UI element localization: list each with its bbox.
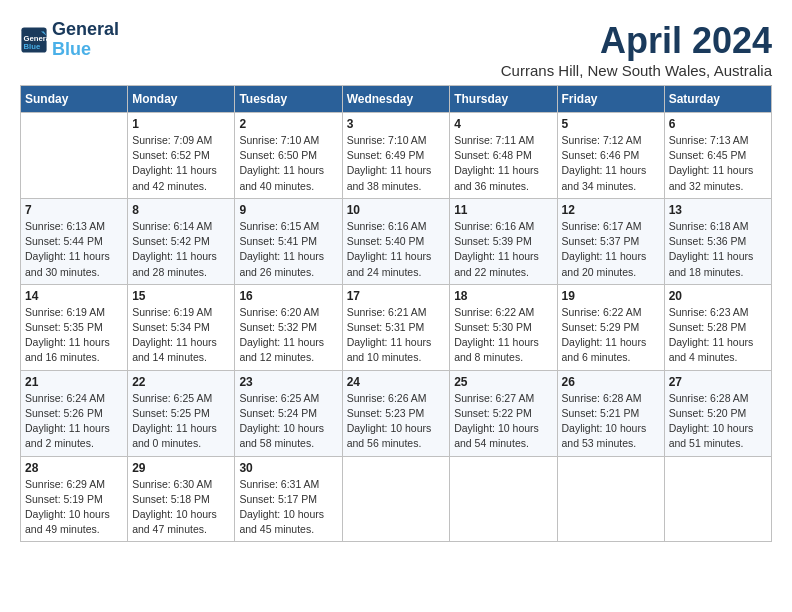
calendar-cell: 12Sunrise: 6:17 AM Sunset: 5:37 PM Dayli…	[557, 198, 664, 284]
day-number: 5	[562, 117, 660, 131]
day-number: 21	[25, 375, 123, 389]
calendar-cell: 4Sunrise: 7:11 AM Sunset: 6:48 PM Daylig…	[450, 113, 557, 199]
day-info: Sunrise: 6:13 AM Sunset: 5:44 PM Dayligh…	[25, 219, 123, 280]
logo: General Blue General Blue	[20, 20, 119, 60]
day-info: Sunrise: 6:24 AM Sunset: 5:26 PM Dayligh…	[25, 391, 123, 452]
week-row-3: 14Sunrise: 6:19 AM Sunset: 5:35 PM Dayli…	[21, 284, 772, 370]
day-info: Sunrise: 7:12 AM Sunset: 6:46 PM Dayligh…	[562, 133, 660, 194]
calendar-cell: 6Sunrise: 7:13 AM Sunset: 6:45 PM Daylig…	[664, 113, 771, 199]
day-number: 25	[454, 375, 552, 389]
day-info: Sunrise: 6:15 AM Sunset: 5:41 PM Dayligh…	[239, 219, 337, 280]
weekday-header-wednesday: Wednesday	[342, 86, 450, 113]
day-number: 17	[347, 289, 446, 303]
calendar-cell: 9Sunrise: 6:15 AM Sunset: 5:41 PM Daylig…	[235, 198, 342, 284]
title-block: April 2024 Currans Hill, New South Wales…	[501, 20, 772, 79]
day-info: Sunrise: 6:19 AM Sunset: 5:34 PM Dayligh…	[132, 305, 230, 366]
weekday-header-tuesday: Tuesday	[235, 86, 342, 113]
calendar-cell: 17Sunrise: 6:21 AM Sunset: 5:31 PM Dayli…	[342, 284, 450, 370]
day-number: 3	[347, 117, 446, 131]
day-number: 2	[239, 117, 337, 131]
logo-line1: General	[52, 19, 119, 39]
day-info: Sunrise: 6:30 AM Sunset: 5:18 PM Dayligh…	[132, 477, 230, 538]
calendar-cell	[342, 456, 450, 542]
weekday-header-thursday: Thursday	[450, 86, 557, 113]
day-info: Sunrise: 6:16 AM Sunset: 5:39 PM Dayligh…	[454, 219, 552, 280]
day-number: 20	[669, 289, 767, 303]
day-info: Sunrise: 6:14 AM Sunset: 5:42 PM Dayligh…	[132, 219, 230, 280]
day-number: 30	[239, 461, 337, 475]
day-info: Sunrise: 6:22 AM Sunset: 5:29 PM Dayligh…	[562, 305, 660, 366]
calendar-cell: 10Sunrise: 6:16 AM Sunset: 5:40 PM Dayli…	[342, 198, 450, 284]
calendar-cell: 16Sunrise: 6:20 AM Sunset: 5:32 PM Dayli…	[235, 284, 342, 370]
calendar-cell: 7Sunrise: 6:13 AM Sunset: 5:44 PM Daylig…	[21, 198, 128, 284]
day-number: 26	[562, 375, 660, 389]
day-number: 7	[25, 203, 123, 217]
weekday-header-sunday: Sunday	[21, 86, 128, 113]
day-info: Sunrise: 6:20 AM Sunset: 5:32 PM Dayligh…	[239, 305, 337, 366]
day-number: 11	[454, 203, 552, 217]
calendar-cell: 23Sunrise: 6:25 AM Sunset: 5:24 PM Dayli…	[235, 370, 342, 456]
logo-line2: Blue	[52, 39, 91, 59]
day-number: 22	[132, 375, 230, 389]
week-row-5: 28Sunrise: 6:29 AM Sunset: 5:19 PM Dayli…	[21, 456, 772, 542]
day-number: 1	[132, 117, 230, 131]
day-number: 23	[239, 375, 337, 389]
calendar-cell: 14Sunrise: 6:19 AM Sunset: 5:35 PM Dayli…	[21, 284, 128, 370]
day-info: Sunrise: 6:18 AM Sunset: 5:36 PM Dayligh…	[669, 219, 767, 280]
svg-text:Blue: Blue	[24, 42, 41, 51]
weekday-header-monday: Monday	[128, 86, 235, 113]
day-info: Sunrise: 6:25 AM Sunset: 5:25 PM Dayligh…	[132, 391, 230, 452]
day-number: 14	[25, 289, 123, 303]
calendar-cell: 1Sunrise: 7:09 AM Sunset: 6:52 PM Daylig…	[128, 113, 235, 199]
calendar-cell: 25Sunrise: 6:27 AM Sunset: 5:22 PM Dayli…	[450, 370, 557, 456]
day-number: 18	[454, 289, 552, 303]
calendar-table: SundayMondayTuesdayWednesdayThursdayFrid…	[20, 85, 772, 542]
calendar-cell: 28Sunrise: 6:29 AM Sunset: 5:19 PM Dayli…	[21, 456, 128, 542]
calendar-cell: 3Sunrise: 7:10 AM Sunset: 6:49 PM Daylig…	[342, 113, 450, 199]
day-number: 6	[669, 117, 767, 131]
calendar-cell: 22Sunrise: 6:25 AM Sunset: 5:25 PM Dayli…	[128, 370, 235, 456]
day-info: Sunrise: 7:10 AM Sunset: 6:49 PM Dayligh…	[347, 133, 446, 194]
calendar-cell: 8Sunrise: 6:14 AM Sunset: 5:42 PM Daylig…	[128, 198, 235, 284]
day-info: Sunrise: 6:31 AM Sunset: 5:17 PM Dayligh…	[239, 477, 337, 538]
day-number: 10	[347, 203, 446, 217]
day-number: 13	[669, 203, 767, 217]
calendar-cell: 27Sunrise: 6:28 AM Sunset: 5:20 PM Dayli…	[664, 370, 771, 456]
day-info: Sunrise: 6:27 AM Sunset: 5:22 PM Dayligh…	[454, 391, 552, 452]
day-number: 27	[669, 375, 767, 389]
day-info: Sunrise: 7:09 AM Sunset: 6:52 PM Dayligh…	[132, 133, 230, 194]
calendar-cell: 2Sunrise: 7:10 AM Sunset: 6:50 PM Daylig…	[235, 113, 342, 199]
day-info: Sunrise: 6:23 AM Sunset: 5:28 PM Dayligh…	[669, 305, 767, 366]
calendar-cell: 20Sunrise: 6:23 AM Sunset: 5:28 PM Dayli…	[664, 284, 771, 370]
day-number: 24	[347, 375, 446, 389]
calendar-cell: 5Sunrise: 7:12 AM Sunset: 6:46 PM Daylig…	[557, 113, 664, 199]
location-title: Currans Hill, New South Wales, Australia	[501, 62, 772, 79]
week-row-2: 7Sunrise: 6:13 AM Sunset: 5:44 PM Daylig…	[21, 198, 772, 284]
calendar-cell	[21, 113, 128, 199]
day-info: Sunrise: 6:17 AM Sunset: 5:37 PM Dayligh…	[562, 219, 660, 280]
calendar-cell: 21Sunrise: 6:24 AM Sunset: 5:26 PM Dayli…	[21, 370, 128, 456]
calendar-cell: 30Sunrise: 6:31 AM Sunset: 5:17 PM Dayli…	[235, 456, 342, 542]
calendar-cell	[664, 456, 771, 542]
day-info: Sunrise: 7:11 AM Sunset: 6:48 PM Dayligh…	[454, 133, 552, 194]
day-number: 9	[239, 203, 337, 217]
day-info: Sunrise: 6:25 AM Sunset: 5:24 PM Dayligh…	[239, 391, 337, 452]
day-number: 16	[239, 289, 337, 303]
day-number: 8	[132, 203, 230, 217]
calendar-cell: 19Sunrise: 6:22 AM Sunset: 5:29 PM Dayli…	[557, 284, 664, 370]
day-number: 19	[562, 289, 660, 303]
logo-text: General Blue	[52, 20, 119, 60]
calendar-cell: 18Sunrise: 6:22 AM Sunset: 5:30 PM Dayli…	[450, 284, 557, 370]
weekday-header-friday: Friday	[557, 86, 664, 113]
calendar-cell: 13Sunrise: 6:18 AM Sunset: 5:36 PM Dayli…	[664, 198, 771, 284]
day-info: Sunrise: 7:10 AM Sunset: 6:50 PM Dayligh…	[239, 133, 337, 194]
weekday-header-saturday: Saturday	[664, 86, 771, 113]
week-row-1: 1Sunrise: 7:09 AM Sunset: 6:52 PM Daylig…	[21, 113, 772, 199]
day-number: 28	[25, 461, 123, 475]
day-info: Sunrise: 6:21 AM Sunset: 5:31 PM Dayligh…	[347, 305, 446, 366]
day-number: 12	[562, 203, 660, 217]
day-info: Sunrise: 6:22 AM Sunset: 5:30 PM Dayligh…	[454, 305, 552, 366]
day-info: Sunrise: 6:28 AM Sunset: 5:20 PM Dayligh…	[669, 391, 767, 452]
weekday-header-row: SundayMondayTuesdayWednesdayThursdayFrid…	[21, 86, 772, 113]
day-number: 29	[132, 461, 230, 475]
